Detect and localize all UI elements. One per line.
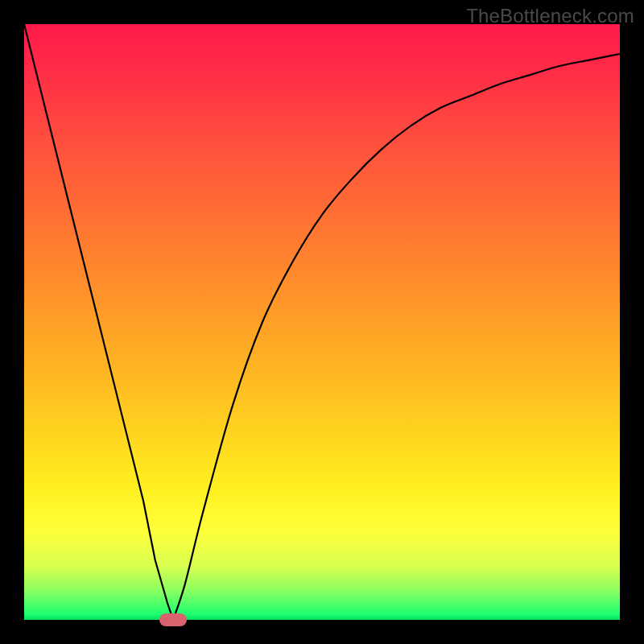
optimal-marker [159, 613, 187, 626]
watermark-text: TheBottleneck.com [466, 5, 634, 27]
bottleneck-curve [24, 24, 620, 620]
plot-area [24, 24, 620, 620]
chart-frame: TheBottleneck.com [0, 0, 644, 644]
